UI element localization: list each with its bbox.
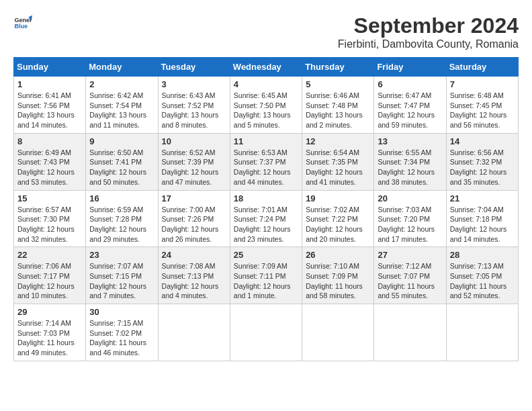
day-info: Sunrise: 6:52 AM Sunset: 7:39 PM Dayligh… bbox=[162, 148, 226, 187]
day-info: Sunrise: 6:49 AM Sunset: 7:43 PM Dayligh… bbox=[17, 148, 82, 187]
day-info: Sunrise: 6:43 AM Sunset: 7:52 PM Dayligh… bbox=[162, 91, 226, 130]
calendar-day-cell: 21Sunrise: 7:04 AM Sunset: 7:18 PM Dayli… bbox=[446, 190, 518, 247]
day-info: Sunrise: 6:53 AM Sunset: 7:37 PM Dayligh… bbox=[234, 148, 298, 187]
day-info: Sunrise: 6:57 AM Sunset: 7:30 PM Dayligh… bbox=[17, 205, 82, 244]
day-number: 7 bbox=[450, 79, 515, 89]
day-info: Sunrise: 6:41 AM Sunset: 7:56 PM Dayligh… bbox=[17, 91, 82, 130]
calendar-table: Sunday Monday Tuesday Wednesday Thursday… bbox=[13, 57, 519, 361]
day-number: 10 bbox=[162, 136, 226, 146]
calendar-day-cell: 14Sunrise: 6:56 AM Sunset: 7:32 PM Dayli… bbox=[446, 133, 518, 190]
calendar-day-cell: 24Sunrise: 7:08 AM Sunset: 7:13 PM Dayli… bbox=[158, 247, 230, 304]
day-info: Sunrise: 6:54 AM Sunset: 7:35 PM Dayligh… bbox=[306, 148, 370, 187]
calendar-day-cell: 7Sunrise: 6:48 AM Sunset: 7:45 PM Daylig… bbox=[446, 77, 518, 134]
day-info: Sunrise: 7:12 AM Sunset: 7:07 PM Dayligh… bbox=[378, 261, 442, 301]
calendar-day-cell: 1Sunrise: 6:41 AM Sunset: 7:56 PM Daylig… bbox=[14, 77, 86, 134]
calendar-week-row: 29Sunrise: 7:14 AM Sunset: 7:03 PM Dayli… bbox=[14, 304, 519, 361]
calendar-header-row: Sunday Monday Tuesday Wednesday Thursday… bbox=[14, 58, 519, 77]
day-number: 22 bbox=[17, 250, 82, 260]
day-number: 13 bbox=[378, 136, 442, 146]
day-info: Sunrise: 7:02 AM Sunset: 7:22 PM Dayligh… bbox=[306, 205, 370, 244]
day-info: Sunrise: 6:50 AM Sunset: 7:41 PM Dayligh… bbox=[89, 148, 154, 187]
day-number: 25 bbox=[234, 250, 298, 260]
day-number: 23 bbox=[89, 250, 154, 260]
col-friday: Friday bbox=[374, 58, 446, 77]
col-sunday: Sunday bbox=[14, 58, 86, 77]
day-info: Sunrise: 7:00 AM Sunset: 7:26 PM Dayligh… bbox=[162, 205, 226, 244]
day-info: Sunrise: 6:42 AM Sunset: 7:54 PM Dayligh… bbox=[89, 91, 154, 130]
logo: General Blue bbox=[13, 13, 32, 32]
day-info: Sunrise: 6:48 AM Sunset: 7:45 PM Dayligh… bbox=[450, 91, 515, 130]
day-info: Sunrise: 7:15 AM Sunset: 7:02 PM Dayligh… bbox=[89, 318, 154, 358]
calendar-week-row: 8Sunrise: 6:49 AM Sunset: 7:43 PM Daylig… bbox=[14, 133, 519, 190]
day-info: Sunrise: 7:09 AM Sunset: 7:11 PM Dayligh… bbox=[234, 261, 298, 301]
day-info: Sunrise: 7:03 AM Sunset: 7:20 PM Dayligh… bbox=[378, 205, 442, 244]
svg-text:Blue: Blue bbox=[14, 23, 28, 30]
day-number: 6 bbox=[378, 79, 442, 89]
calendar-day-cell: 8Sunrise: 6:49 AM Sunset: 7:43 PM Daylig… bbox=[14, 133, 86, 190]
day-number: 18 bbox=[234, 193, 298, 203]
day-info: Sunrise: 7:04 AM Sunset: 7:18 PM Dayligh… bbox=[450, 205, 515, 244]
day-info: Sunrise: 6:59 AM Sunset: 7:28 PM Dayligh… bbox=[89, 205, 154, 244]
page-title: September 2024 bbox=[338, 13, 519, 38]
day-number: 20 bbox=[378, 193, 442, 203]
calendar-day-cell: 28Sunrise: 7:13 AM Sunset: 7:05 PM Dayli… bbox=[446, 247, 518, 304]
calendar-day-cell: 26Sunrise: 7:10 AM Sunset: 7:09 PM Dayli… bbox=[302, 247, 374, 304]
calendar-day-cell: 27Sunrise: 7:12 AM Sunset: 7:07 PM Dayli… bbox=[374, 247, 446, 304]
day-number: 17 bbox=[162, 193, 226, 203]
day-number: 14 bbox=[450, 136, 515, 146]
calendar-day-cell bbox=[302, 304, 374, 361]
calendar-day-cell: 6Sunrise: 6:47 AM Sunset: 7:47 PM Daylig… bbox=[374, 77, 446, 134]
calendar-day-cell: 18Sunrise: 7:01 AM Sunset: 7:24 PM Dayli… bbox=[230, 190, 302, 247]
calendar-day-cell: 20Sunrise: 7:03 AM Sunset: 7:20 PM Dayli… bbox=[374, 190, 446, 247]
calendar-day-cell bbox=[446, 304, 518, 361]
calendar-day-cell bbox=[230, 304, 302, 361]
calendar-week-row: 1Sunrise: 6:41 AM Sunset: 7:56 PM Daylig… bbox=[14, 77, 519, 134]
calendar-day-cell: 12Sunrise: 6:54 AM Sunset: 7:35 PM Dayli… bbox=[302, 133, 374, 190]
day-number: 5 bbox=[306, 79, 370, 89]
day-info: Sunrise: 7:10 AM Sunset: 7:09 PM Dayligh… bbox=[306, 261, 370, 301]
col-saturday: Saturday bbox=[446, 58, 518, 77]
page-header: General Blue September 2024 Fierbinti, D… bbox=[13, 13, 519, 50]
day-number: 26 bbox=[306, 250, 370, 260]
calendar-day-cell: 22Sunrise: 7:06 AM Sunset: 7:17 PM Dayli… bbox=[14, 247, 86, 304]
calendar-week-row: 15Sunrise: 6:57 AM Sunset: 7:30 PM Dayli… bbox=[14, 190, 519, 247]
calendar-day-cell: 3Sunrise: 6:43 AM Sunset: 7:52 PM Daylig… bbox=[158, 77, 230, 134]
col-wednesday: Wednesday bbox=[230, 58, 302, 77]
day-number: 16 bbox=[89, 193, 154, 203]
day-number: 3 bbox=[162, 79, 226, 89]
logo-icon: General Blue bbox=[13, 13, 32, 32]
day-number: 24 bbox=[162, 250, 226, 260]
calendar-day-cell: 25Sunrise: 7:09 AM Sunset: 7:11 PM Dayli… bbox=[230, 247, 302, 304]
day-number: 21 bbox=[450, 193, 515, 203]
calendar-day-cell: 9Sunrise: 6:50 AM Sunset: 7:41 PM Daylig… bbox=[86, 133, 158, 190]
calendar-day-cell: 17Sunrise: 7:00 AM Sunset: 7:26 PM Dayli… bbox=[158, 190, 230, 247]
day-number: 30 bbox=[89, 307, 154, 317]
col-tuesday: Tuesday bbox=[158, 58, 230, 77]
day-number: 2 bbox=[89, 79, 154, 89]
title-block: September 2024 Fierbinti, Dambovita Coun… bbox=[338, 13, 519, 50]
calendar-day-cell: 19Sunrise: 7:02 AM Sunset: 7:22 PM Dayli… bbox=[302, 190, 374, 247]
col-monday: Monday bbox=[86, 58, 158, 77]
day-number: 27 bbox=[378, 250, 442, 260]
day-info: Sunrise: 7:07 AM Sunset: 7:15 PM Dayligh… bbox=[89, 261, 154, 301]
calendar-day-cell: 11Sunrise: 6:53 AM Sunset: 7:37 PM Dayli… bbox=[230, 133, 302, 190]
day-info: Sunrise: 7:06 AM Sunset: 7:17 PM Dayligh… bbox=[17, 261, 82, 301]
day-info: Sunrise: 7:08 AM Sunset: 7:13 PM Dayligh… bbox=[162, 261, 226, 301]
day-info: Sunrise: 6:55 AM Sunset: 7:34 PM Dayligh… bbox=[378, 148, 442, 187]
calendar-day-cell: 4Sunrise: 6:45 AM Sunset: 7:50 PM Daylig… bbox=[230, 77, 302, 134]
day-number: 29 bbox=[17, 307, 82, 317]
day-number: 11 bbox=[234, 136, 298, 146]
day-number: 9 bbox=[89, 136, 154, 146]
day-info: Sunrise: 7:13 AM Sunset: 7:05 PM Dayligh… bbox=[450, 261, 515, 301]
calendar-day-cell bbox=[158, 304, 230, 361]
day-number: 4 bbox=[234, 79, 298, 89]
calendar-day-cell: 5Sunrise: 6:46 AM Sunset: 7:48 PM Daylig… bbox=[302, 77, 374, 134]
day-number: 12 bbox=[306, 136, 370, 146]
page-subtitle: Fierbinti, Dambovita County, Romania bbox=[338, 38, 519, 50]
day-number: 1 bbox=[17, 79, 82, 89]
calendar-day-cell: 29Sunrise: 7:14 AM Sunset: 7:03 PM Dayli… bbox=[14, 304, 86, 361]
day-number: 15 bbox=[17, 193, 82, 203]
day-number: 28 bbox=[450, 250, 515, 260]
calendar-day-cell: 30Sunrise: 7:15 AM Sunset: 7:02 PM Dayli… bbox=[86, 304, 158, 361]
day-info: Sunrise: 6:47 AM Sunset: 7:47 PM Dayligh… bbox=[378, 91, 442, 130]
